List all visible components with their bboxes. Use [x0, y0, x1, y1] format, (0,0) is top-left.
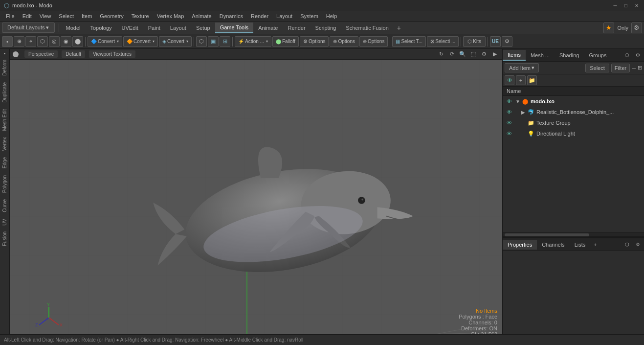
viewport-3d[interactable]: X Z Y No Items Polygons : Face Channels:… [10, 60, 502, 345]
sidebar-item-polygon[interactable]: Polygon [1, 172, 8, 196]
viewport-tab-perspective[interactable]: Perspective [24, 50, 58, 58]
tool-icon-6[interactable]: ◉ [61, 36, 71, 47]
menu-layout[interactable]: Layout [272, 12, 296, 20]
mode-icon[interactable]: ⬡ [196, 36, 207, 47]
viewport-ctrl-settings[interactable]: ⚙ [480, 50, 489, 59]
menu-vertexmap[interactable]: Vertex Map [153, 12, 188, 20]
viewport-tab-textures[interactable]: Viewport Textures [89, 50, 135, 58]
convert-button-2[interactable]: 🔶 Convert ▾ [123, 36, 158, 47]
tab-uvedit[interactable]: UVEdit [117, 23, 143, 33]
tab-schematic-fusion[interactable]: Schematic Fusion [341, 23, 393, 33]
star-button[interactable]: ★ [603, 23, 614, 33]
maximize-button[interactable]: □ [622, 2, 629, 9]
select-button[interactable]: Select [585, 64, 609, 72]
tab-render[interactable]: Render [283, 23, 310, 33]
selecti-button[interactable]: ⊠ Selecti ... [427, 36, 459, 47]
mode-icon2[interactable]: ▣ [208, 36, 219, 47]
sidebar-dot[interactable]: • [4, 51, 6, 56]
select-t-button[interactable]: ▦ Select T... [392, 36, 426, 47]
settings-button[interactable]: ⚙ [631, 23, 642, 33]
add-item-button[interactable]: Add Item ▾ [505, 63, 539, 72]
tool-icon-4[interactable]: ⬡ [37, 36, 48, 47]
toolbar-settings-button[interactable]: ⚙ [502, 36, 512, 47]
props-tab-add[interactable]: + [590, 240, 600, 250]
mode-icon3[interactable]: ⊞ [220, 36, 230, 47]
tab-model[interactable]: Model [61, 23, 86, 33]
tool-icon-2[interactable]: ⊕ [14, 36, 24, 47]
right-panel-settings[interactable]: ⚙ [633, 51, 642, 60]
viewport-ctrl-orbit[interactable]: ⟳ [447, 50, 456, 59]
menu-dynamics[interactable]: Dynamics [216, 12, 247, 20]
tool-icon-1[interactable]: • [2, 36, 13, 47]
tree-arrow-dolphin[interactable]: ▶ [521, 110, 527, 115]
right-panel-expand[interactable]: ⬡ [622, 51, 631, 60]
tree-eye-light[interactable]: 👁 [505, 129, 513, 138]
tab-game-tools[interactable]: Game Tools [215, 23, 254, 33]
action-button[interactable]: ⚡ Action ... ▾ [235, 36, 271, 47]
tab-topology[interactable]: Topology [85, 23, 116, 33]
props-tab-properties[interactable]: Properties [503, 240, 537, 250]
props-tab-channels[interactable]: Channels [537, 240, 569, 250]
eye-all-button[interactable]: 👁 [505, 75, 514, 85]
menu-system[interactable]: System [296, 12, 322, 20]
tab-items[interactable]: Items [503, 50, 526, 61]
viewport-ctrl-rotate[interactable]: ↻ [437, 50, 445, 59]
tree-item-dolphin[interactable]: 👁 ▶ 🐬 Realistic_Bottlenose_Dolphin_... [503, 107, 644, 117]
sidebar-item-deform[interactable]: Deform [1, 57, 8, 79]
tab-mesh[interactable]: Mesh ... [526, 50, 555, 60]
tree-arrow-modo[interactable]: ▼ [515, 99, 521, 104]
options-button-2[interactable]: ⊕ Options [330, 36, 358, 47]
tab-animate[interactable]: Animate [253, 23, 283, 33]
tab-scripting[interactable]: Scripting [311, 23, 341, 33]
tool-icon-7[interactable]: ⬤ [72, 36, 83, 47]
menu-item[interactable]: Item [78, 12, 96, 20]
close-button[interactable]: ✕ [633, 2, 640, 9]
props-settings-btn[interactable]: ⚙ [633, 240, 642, 249]
menu-geometry[interactable]: Geometry [96, 12, 127, 20]
tool-icon-5[interactable]: ◎ [49, 36, 60, 47]
kits-button[interactable]: ⬡ Kits [463, 36, 486, 47]
menu-help[interactable]: Help [322, 12, 341, 20]
tool-icon-3[interactable]: ⌖ [25, 36, 36, 47]
sidebar-item-edge[interactable]: Edge [1, 154, 8, 171]
tab-setup[interactable]: Setup [191, 23, 215, 33]
sidebar-item-curve[interactable]: Curve [1, 196, 8, 215]
options-button-3[interactable]: ⊕ Options [359, 36, 388, 47]
menu-render[interactable]: Render [247, 12, 272, 20]
falloff-button[interactable]: ⬤ Falloff [272, 36, 299, 47]
viewport-ctrl-frame[interactable]: ⬚ [469, 50, 478, 59]
add-tab-button[interactable]: + [394, 23, 404, 33]
items-settings-btn[interactable]: ⊞ [638, 65, 642, 71]
convert-button-3[interactable]: ◈ Convert ▾ [159, 36, 192, 47]
sidebar-item-duplicate[interactable]: Duplicate [1, 79, 8, 106]
viewport-ctrl-play[interactable]: ▶ [490, 50, 499, 59]
tree-item-light[interactable]: 👁 💡 Directional Light [503, 128, 644, 139]
sidebar-item-fusion[interactable]: Fusion [1, 229, 8, 249]
options-button-1[interactable]: ⚙ Options [300, 36, 329, 47]
folder-button[interactable]: 📁 [527, 75, 537, 85]
ue-button[interactable]: UE [490, 36, 501, 47]
viewport-ctrl-zoom[interactable]: 🔍 [458, 50, 467, 59]
layout-dropdown[interactable]: Default Layouts ▾ [2, 23, 55, 33]
sidebar-item-vertex[interactable]: Vertex [1, 134, 8, 154]
tree-item-texture[interactable]: 👁 📁 Texture Group [503, 117, 644, 128]
items-collapse-btn[interactable]: ─ [632, 65, 636, 71]
tree-eye-modo[interactable]: 👁 [505, 97, 513, 106]
tab-groups[interactable]: Groups [584, 50, 611, 60]
sidebar-item-uv[interactable]: UV [1, 216, 8, 229]
viewport-tab-default[interactable]: Default [62, 50, 85, 58]
props-expand-btn[interactable]: ⬡ [622, 240, 631, 249]
tree-eye-dolphin[interactable]: 👁 [505, 108, 513, 116]
tab-shading[interactable]: Shading [555, 50, 584, 60]
menu-select[interactable]: Select [55, 12, 78, 20]
tree-eye-texture[interactable]: 👁 [505, 118, 513, 127]
menu-view[interactable]: View [36, 12, 55, 20]
menu-file[interactable]: File [2, 12, 19, 20]
menu-animate[interactable]: Animate [188, 12, 215, 20]
add-button[interactable]: + [516, 75, 526, 85]
filter-button[interactable]: Filter [611, 64, 630, 72]
convert-button-1[interactable]: 🔷 Convert ▾ [88, 36, 122, 47]
menu-texture[interactable]: Texture [128, 12, 153, 20]
tree-item-modo-lxo[interactable]: 👁 ▼ ⬤ modo.lxo [503, 96, 644, 107]
props-tab-lists[interactable]: Lists [570, 240, 591, 250]
